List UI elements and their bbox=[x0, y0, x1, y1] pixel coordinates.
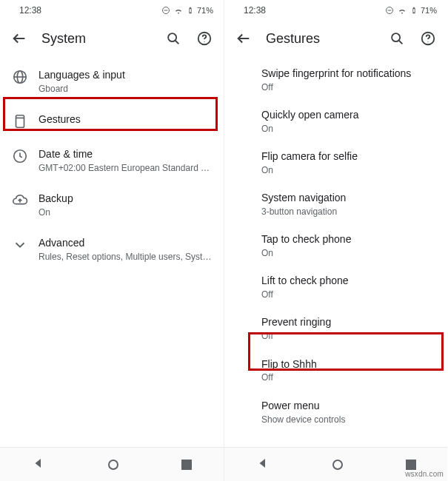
status-time: 12:38 bbox=[19, 5, 41, 16]
status-right: 71% bbox=[161, 5, 213, 16]
help-icon[interactable] bbox=[419, 30, 437, 47]
back-icon[interactable] bbox=[235, 30, 253, 47]
chevron-down-icon bbox=[12, 237, 28, 253]
row-label: Flip camera for selfie bbox=[261, 149, 437, 164]
svg-marker-21 bbox=[259, 459, 265, 468]
svg-point-20 bbox=[427, 41, 428, 42]
row-label: Gestures bbox=[39, 112, 213, 127]
battery-icon bbox=[187, 5, 194, 16]
nav-home-icon[interactable] bbox=[332, 460, 343, 470]
row-sub: Off bbox=[261, 330, 437, 342]
row-sub: Off bbox=[261, 289, 437, 300]
svg-rect-10 bbox=[16, 115, 24, 128]
header: Gestures bbox=[224, 21, 447, 56]
row-sub: 3-button navigation bbox=[261, 206, 437, 218]
row-backup[interactable]: Backup On bbox=[0, 183, 224, 227]
battery-pct: 71% bbox=[421, 6, 437, 15]
svg-point-3 bbox=[168, 33, 176, 41]
row-label: Lift to check phone bbox=[261, 274, 437, 288]
row-label: Power menu bbox=[261, 399, 437, 413]
row-flip-to-shhh[interactable]: Flip to Shhh Off bbox=[224, 350, 447, 391]
row-gestures[interactable]: Gestures bbox=[0, 104, 224, 138]
row-label: System navigation bbox=[261, 191, 437, 205]
dnd-icon bbox=[161, 6, 170, 15]
svg-line-18 bbox=[399, 41, 403, 44]
row-sub: Show device controls bbox=[261, 414, 437, 426]
phone-system: 12:38 71% System bbox=[0, 0, 224, 481]
search-icon[interactable] bbox=[164, 30, 182, 47]
clock-icon bbox=[12, 148, 28, 164]
row-power-menu[interactable]: Power menu Show device controls bbox=[224, 391, 447, 433]
row-sub: On bbox=[261, 123, 437, 135]
globe-icon bbox=[12, 69, 28, 85]
wifi-icon bbox=[173, 5, 184, 16]
row-label: Advanced bbox=[39, 236, 213, 250]
help-icon[interactable] bbox=[195, 30, 213, 47]
row-sub: Rules, Reset options, Multiple users, Sy… bbox=[39, 251, 213, 263]
back-icon[interactable] bbox=[10, 30, 28, 47]
svg-point-17 bbox=[392, 33, 400, 41]
row-prevent-ringing[interactable]: Prevent ringing Off bbox=[224, 308, 447, 349]
row-sub: On bbox=[39, 206, 213, 218]
battery-icon bbox=[410, 5, 418, 16]
nav-recent-icon[interactable] bbox=[181, 460, 192, 470]
nav-back-icon[interactable] bbox=[32, 457, 45, 472]
svg-point-6 bbox=[204, 41, 204, 42]
status-right: 71% bbox=[385, 5, 437, 16]
row-quickly-open-camera[interactable]: Quickly open camera On bbox=[224, 101, 447, 142]
row-label: Backup bbox=[39, 192, 213, 206]
status-time: 12:38 bbox=[244, 5, 266, 16]
header: System bbox=[0, 21, 224, 56]
row-flip-camera-selfie[interactable]: Flip camera for selfie On bbox=[224, 142, 447, 184]
row-sub: On bbox=[261, 164, 437, 176]
nav-recent-icon[interactable] bbox=[406, 460, 416, 470]
gestures-list: Swipe fingerprint for notifications Off … bbox=[224, 56, 447, 436]
svg-marker-13 bbox=[35, 459, 41, 468]
row-tap-check-phone[interactable]: Tap to check phone On bbox=[224, 225, 447, 266]
row-label: Languages & input bbox=[39, 68, 213, 82]
gestures-icon bbox=[12, 113, 28, 130]
row-advanced[interactable]: Advanced Rules, Reset options, Multiple … bbox=[0, 227, 224, 272]
settings-list: Languages & input Gboard Gestures Date &… bbox=[0, 56, 224, 275]
row-swipe-fingerprint[interactable]: Swipe fingerprint for notifications Off bbox=[224, 59, 447, 101]
row-label: Prevent ringing bbox=[261, 315, 437, 329]
row-sub: On bbox=[261, 247, 437, 259]
row-label: Date & time bbox=[39, 147, 213, 161]
row-sub: Off bbox=[261, 81, 437, 93]
row-sub: GMT+02:00 Eastern European Standard Time bbox=[39, 162, 213, 174]
row-label: Tap to check phone bbox=[261, 232, 437, 246]
page-title: System bbox=[41, 31, 151, 47]
phone-gestures: 12:38 71% Gestures Swipe fin bbox=[224, 0, 447, 481]
row-date-time[interactable]: Date & time GMT+02:00 Eastern European S… bbox=[0, 138, 224, 183]
row-lift-check-phone[interactable]: Lift to check phone Off bbox=[224, 266, 447, 308]
row-system-navigation[interactable]: System navigation 3-button navigation bbox=[224, 184, 447, 225]
watermark: wsxdn.com bbox=[405, 470, 444, 478]
row-label: Quickly open camera bbox=[261, 108, 437, 122]
cloud-upload-icon bbox=[12, 192, 28, 209]
row-sub: Off bbox=[261, 371, 437, 383]
row-label: Swipe fingerprint for notifications bbox=[261, 67, 437, 81]
nav-back-icon[interactable] bbox=[256, 457, 270, 472]
wifi-icon bbox=[397, 5, 407, 16]
dnd-icon bbox=[385, 6, 394, 15]
battery-pct: 71% bbox=[197, 6, 213, 15]
page-title: Gestures bbox=[266, 31, 375, 47]
status-bar: 12:38 71% bbox=[224, 0, 447, 21]
status-bar: 12:38 71% bbox=[0, 0, 224, 21]
row-sub: Gboard bbox=[39, 83, 213, 95]
row-languages-input[interactable]: Languages & input Gboard bbox=[0, 59, 224, 104]
search-icon[interactable] bbox=[388, 30, 406, 47]
row-label: Flip to Shhh bbox=[261, 357, 437, 371]
navbar bbox=[0, 447, 224, 481]
nav-home-icon[interactable] bbox=[108, 460, 118, 470]
svg-line-4 bbox=[175, 41, 179, 44]
